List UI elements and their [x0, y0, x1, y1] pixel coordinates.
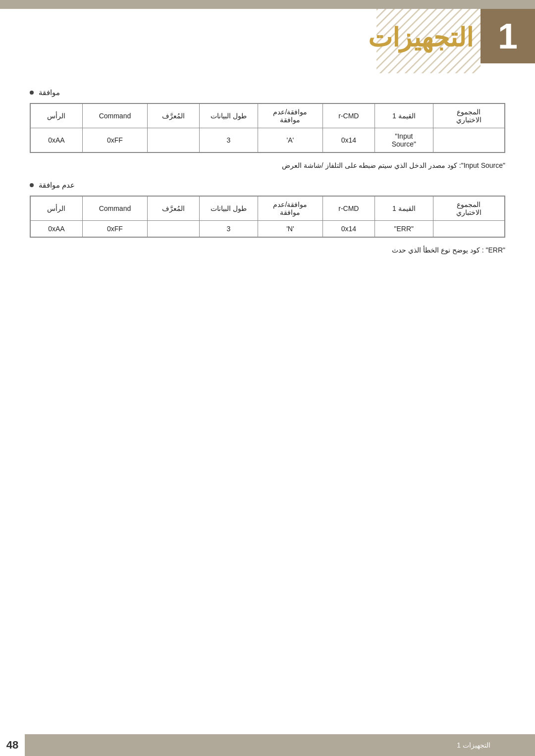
cell-majmoo-2 [433, 221, 504, 237]
header-muarraf-2: المُعرَّف [147, 197, 199, 221]
cell-tawl-2: 3 [199, 221, 258, 237]
cell-rcmd-2: 0x14 [322, 221, 374, 237]
header-muwafaqa-1: موافقة/عدمموافقة [258, 104, 322, 128]
cell-muwafaqa-2: 'N' [258, 221, 322, 237]
header-command-2: Command [82, 197, 147, 221]
chapter-header: 1 التجهيزات [0, 9, 535, 73]
cell-majmoo-1 [433, 128, 504, 152]
header-rcmd-2: r-CMD [322, 197, 374, 221]
no-approval-bullet: عدم موافقة [30, 181, 505, 190]
no-approval-table: المجموعالاختباري القيمة 1 r-CMD موافقة/ع… [30, 196, 505, 238]
header-majmoo-1: المجموعالاختباري [433, 104, 504, 128]
chapter-title: التجهيزات [368, 23, 473, 52]
no-approval-note: "ERR" : كود يوضح نوع الخطأ الذي حدث [30, 245, 505, 255]
cell-command-1: 0xFF [82, 128, 147, 152]
top-bar [0, 0, 535, 9]
cell-tawl-1: 3 [199, 128, 258, 152]
cell-ras-1: 0xAA [31, 128, 83, 152]
approval-note: "Input Source": كود مصدر الدخل الذي سيتم… [30, 160, 505, 171]
no-approval-label: عدم موافقة [39, 181, 75, 190]
approval-label: موافقة [39, 88, 60, 97]
bullet-dot-2 [30, 183, 34, 187]
header-muwafaqa-2: موافقة/عدمموافقة [258, 197, 322, 221]
main-content: موافقة المجموعالاختباري القيمة 1 r-CMD م… [0, 73, 535, 276]
chapter-number: 1 [498, 18, 518, 54]
approval-section: موافقة المجموعالاختباري القيمة 1 r-CMD م… [30, 88, 505, 171]
cell-rcmd-1: 0x14 [322, 128, 374, 152]
cell-qeema-2: "ERR" [374, 221, 433, 237]
header-tawl-1: طول البيانات [199, 104, 258, 128]
header-rcmd-1: r-CMD [322, 104, 374, 128]
approval-bullet: موافقة [30, 88, 505, 97]
cell-command-2: 0xFF [82, 221, 147, 237]
header-ras-1: الرأس [31, 104, 83, 128]
approval-table: المجموعالاختباري القيمة 1 r-CMD موافقة/ع… [30, 103, 505, 153]
header-qeema-2: القيمة 1 [374, 197, 433, 221]
header-ras-2: الرأس [31, 197, 83, 221]
header-tawl-2: طول البيانات [199, 197, 258, 221]
cell-ras-2: 0xAA [31, 221, 83, 237]
page-number: 48 [0, 734, 25, 756]
header-majmoo-2: المجموعالاختباري [433, 197, 504, 221]
no-approval-section: عدم موافقة المجموعالاختباري القيمة 1 r-C… [30, 181, 505, 255]
header-qeema-1: القيمة 1 [374, 104, 433, 128]
footer-text: التجهيزات 1 [457, 741, 490, 749]
header-command-1: Command [82, 104, 147, 128]
cell-muwafaqa-1: 'A' [258, 128, 322, 152]
chapter-number-box: 1 [481, 9, 535, 63]
cell-qeema-1: Input""Source [374, 128, 433, 152]
bullet-dot-1 [30, 91, 34, 95]
header-muarraf-1: المُعرَّف [147, 104, 199, 128]
cell-muarraf-1 [147, 128, 199, 152]
cell-muarraf-2 [147, 221, 199, 237]
footer: 48 التجهيزات 1 [0, 734, 535, 756]
